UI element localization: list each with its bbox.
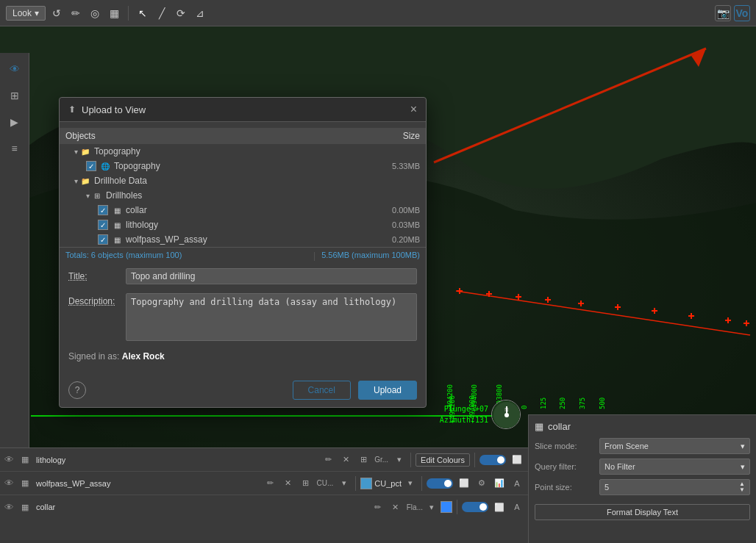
col-objects-label: Objects (65, 131, 368, 141)
svg-line-33 (434, 48, 706, 162)
look-dropdown[interactable]: Look ▾ (6, 6, 46, 21)
upload-button[interactable]: Upload (358, 381, 417, 400)
bottom-row-wolfpass: 👁 ▦ wolfpass_WP_assay ✏ ✕ ⊞ CU... ▾ CU_p… (0, 472, 528, 495)
svg-text:125: 125 (540, 398, 547, 409)
tool-trace[interactable]: ◎ (87, 5, 103, 21)
spinbox-down[interactable]: ▼ (739, 487, 745, 493)
query-filter-select[interactable]: No Filter ▾ (599, 459, 750, 475)
chevron-wp[interactable]: ▾ (338, 477, 351, 490)
checkbox-collar[interactable]: ✓ (98, 205, 108, 215)
toggle-wp[interactable] (427, 478, 453, 489)
bottom-bar: 👁 ▦ lithology ✏ ✕ ⊞ Gr... ▾ Edit Colours… (0, 447, 528, 543)
tool-pointer[interactable]: ↖ (135, 5, 151, 21)
gr-label: Gr... (374, 456, 388, 464)
group-wp-icon[interactable]: ⊞ (299, 477, 313, 490)
close-wp-icon[interactable]: ✕ (282, 477, 295, 490)
title-input[interactable] (126, 268, 417, 284)
edit-litho-icon[interactable]: ✏ (321, 453, 335, 467)
graph-wp[interactable]: 📊 (493, 477, 506, 490)
cube-wp[interactable]: ⬜ (457, 477, 471, 490)
cu-label: CU... (317, 479, 334, 487)
settings-wp[interactable]: ⚙ (475, 477, 488, 490)
tree-header: Objects Size (60, 128, 426, 144)
close-button[interactable]: × (410, 104, 417, 115)
format-display-text-button[interactable]: Format Display Text (535, 504, 750, 520)
visibility-collar[interactable]: 👁 (4, 502, 14, 513)
main-viewport: +494200 +494000 +493800 0 125 250 375 50… (0, 26, 756, 543)
modal-body: Objects Size ▾ 📁 Topography ✓ 🌐 (60, 122, 426, 373)
upload-modal: ⬆ Upload to View × Objects Size ▾ 📁 Topo… (59, 97, 427, 408)
visibility-toggle-icon[interactable]: 👁 (4, 59, 25, 79)
close-litho-icon[interactable]: ✕ (339, 453, 352, 467)
tool-refresh[interactable]: ↺ (49, 5, 65, 21)
cube-litho[interactable]: ⬜ (510, 453, 524, 467)
layers-icon[interactable]: ⊞ (4, 85, 25, 106)
tool-paint[interactable]: ✏ (68, 5, 84, 21)
tree-item-wolfpass[interactable]: ✓ ▦ wolfpass_WP_assay 0.20MB (60, 232, 426, 247)
play-icon[interactable]: ▶ (4, 112, 25, 132)
tree-item-drillhole-group[interactable]: ▾ 📁 Drillhole Data (60, 173, 426, 188)
tree-item-lithology[interactable]: ✓ ▦ lithology 0.03MB (60, 217, 426, 232)
checkbox-topography[interactable]: ✓ (86, 161, 96, 171)
right-panel-header: ▦ collar (535, 421, 750, 432)
fla-chevron[interactable]: ▾ (425, 500, 438, 514)
tool-grid[interactable]: ▦ (106, 5, 122, 21)
tree-item-collar[interactable]: ✓ ▦ collar 0.00MB (60, 203, 426, 217)
point-size-label: Point size: (535, 483, 593, 492)
tool-line[interactable]: ╱ (154, 5, 170, 21)
checkbox-lithology[interactable]: ✓ (98, 220, 108, 230)
bottom-row-collar: 👁 ▦ collar ✏ ✕ Fla... ▾ ⬜ A (0, 495, 528, 519)
point-size-row: Point size: 5 ▲ ▼ (535, 479, 750, 495)
modal-title: Upload to View (82, 104, 404, 115)
query-filter-label: Query filter: (535, 462, 593, 471)
cube-collar[interactable]: ⬜ (493, 500, 506, 514)
hud-text: Plunge +07 Azimuth:131 (440, 403, 488, 425)
tool-measure[interactable]: ⊿ (192, 5, 208, 21)
tree-item-topography[interactable]: ✓ 🌐 Topography 5.33MB (60, 159, 426, 173)
slice-mode-chevron: ▾ (741, 442, 745, 451)
tree-toggle-topography[interactable]: ▾ (74, 148, 78, 156)
svg-text:250: 250 (559, 398, 566, 409)
table-icon-collar-row: ▦ (18, 500, 32, 514)
toggle-collar[interactable] (462, 502, 488, 512)
visibility-litho[interactable]: 👁 (4, 454, 14, 465)
edit-wp-icon[interactable]: ✏ (264, 477, 277, 490)
group-litho-icon[interactable]: ⊞ (357, 453, 370, 467)
close-collar-icon[interactable]: ✕ (389, 500, 402, 514)
table-icon-dh: ⊞ (91, 190, 103, 201)
table-icon-wp-row: ▦ (18, 477, 32, 490)
tree-scroll-area[interactable]: ▾ 📁 Topography ✓ 🌐 Topography 5.33MB ▾ (60, 144, 426, 247)
slice-mode-label: Slice mode: (535, 442, 593, 450)
list-icon[interactable]: ≡ (4, 138, 25, 159)
cancel-button[interactable]: Cancel (293, 381, 351, 400)
edit-colours-btn[interactable]: Edit Colours (416, 453, 470, 467)
help-button[interactable]: ? (68, 381, 86, 399)
vo-icon[interactable]: Vo (734, 5, 750, 21)
folder-icon-2: 📁 (79, 175, 91, 187)
tree-item-topography-group[interactable]: ▾ 📁 Topography (60, 144, 426, 159)
sep3 (355, 476, 356, 491)
visibility-wp[interactable]: 👁 (4, 478, 14, 489)
point-size-spinbox[interactable]: 5 ▲ ▼ (599, 479, 750, 495)
toggle-litho[interactable] (479, 455, 506, 465)
tree-toggle-drillholes[interactable]: ▾ (86, 192, 90, 200)
text-collar[interactable]: A (510, 500, 524, 514)
tree-item-drillholes[interactable]: ▾ ⊞ Drillholes (60, 188, 426, 203)
edit-collar-icon[interactable]: ✏ (371, 500, 385, 514)
cu-chevron[interactable]: ▾ (404, 477, 417, 490)
tool-rotate[interactable]: ⟳ (173, 5, 189, 21)
checkbox-wolfpass[interactable]: ✓ (98, 234, 108, 245)
left-icons-panel: 👁 ⊞ ▶ ≡ (0, 53, 29, 447)
camera-icon[interactable]: 📷 (715, 5, 731, 21)
folder-icon: 📁 (79, 145, 91, 157)
chevron-litho[interactable]: ▾ (393, 453, 406, 467)
hud-container: Plunge +07 Azimuth:131 N (440, 400, 521, 429)
table-icon-collar: ▦ (111, 204, 123, 216)
svg-text:375: 375 (579, 398, 586, 409)
text-wp[interactable]: A (510, 477, 524, 490)
tree-toggle-drillhole[interactable]: ▾ (74, 177, 78, 185)
toolbar-separator (128, 6, 129, 21)
sep1 (410, 453, 411, 467)
description-textarea[interactable]: Topography and drilling data (assay and … (126, 293, 417, 341)
slice-mode-select[interactable]: From Scene ▾ (599, 438, 750, 454)
